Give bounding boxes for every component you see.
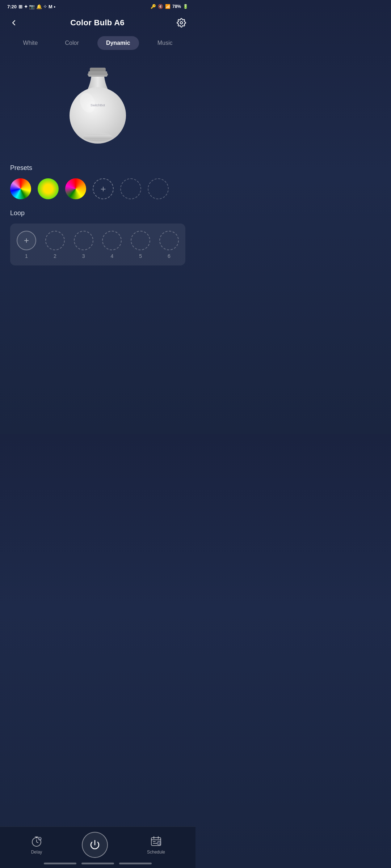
tab-music[interactable]: Music: [149, 36, 181, 50]
wifi-icon: 📶: [165, 4, 171, 9]
tabs-row: White Color Dynamic Music: [4, 34, 192, 52]
loop-slot-5[interactable]: [131, 231, 150, 250]
tab-dynamic[interactable]: Dynamic: [97, 36, 139, 50]
loop-add-button[interactable]: +: [17, 231, 36, 250]
preset-3[interactable]: [65, 178, 86, 199]
loop-item-4: 4: [102, 231, 122, 259]
loop-item-5: 5: [131, 231, 150, 259]
loop-item-1: + 1: [17, 231, 36, 259]
loop-slot-num-4: 4: [110, 253, 113, 259]
loop-slot-num-5: 5: [139, 253, 142, 259]
presets-row: +: [10, 178, 185, 199]
loop-slot-4[interactable]: [102, 231, 122, 250]
preset-empty-1: [120, 178, 141, 199]
loop-slot-2[interactable]: [45, 231, 65, 250]
bulb-container: SwitchBot: [0, 52, 196, 161]
header: Color Bulb A6: [0, 13, 196, 34]
loop-item-2: 2: [45, 231, 65, 259]
loop-title: Loop: [10, 209, 185, 217]
svg-text:SwitchBot: SwitchBot: [91, 103, 105, 107]
status-icons: ⊞ ✦ 📷 🔔 ⁘ M •: [18, 4, 55, 9]
status-left: 7:20 ⊞ ✦ 📷 🔔 ⁘ M •: [7, 4, 55, 9]
status-right: 🔑 🔇 📶 78% 🔋: [151, 4, 188, 9]
svg-rect-7: [83, 135, 112, 139]
preset-add-button[interactable]: +: [93, 178, 114, 199]
page-title: Color Bulb A6: [70, 18, 125, 27]
battery-icon: 🔋: [183, 4, 188, 9]
loop-slot-num-6: 6: [168, 253, 171, 259]
tab-color[interactable]: Color: [56, 36, 88, 50]
presets-title: Presets: [10, 164, 185, 172]
loop-slot-num-1: 1: [25, 253, 28, 259]
loop-section: Loop + 1 2 3 4 5 6: [4, 209, 191, 265]
svg-rect-4: [88, 75, 107, 77]
tab-white[interactable]: White: [14, 36, 47, 50]
svg-point-0: [180, 22, 183, 24]
preset-2[interactable]: [38, 178, 59, 199]
loop-slot-3[interactable]: [74, 231, 93, 250]
preset-1[interactable]: [10, 178, 31, 199]
loop-slot-num-2: 2: [54, 253, 56, 259]
loop-item-3: 3: [74, 231, 93, 259]
presets-section: Presets +: [0, 161, 196, 199]
status-time: 7:20: [7, 4, 17, 9]
key-icon: 🔑: [151, 4, 156, 9]
preset-empty-2: [148, 178, 169, 199]
settings-button[interactable]: [175, 17, 188, 29]
loop-item-6: 6: [159, 231, 179, 259]
loop-slot-6[interactable]: [159, 231, 179, 250]
status-bar: 7:20 ⊞ ✦ 📷 🔔 ⁘ M • 🔑 🔇 📶 78% 🔋: [0, 0, 196, 13]
mute-icon: 🔇: [158, 4, 163, 9]
battery-text: 78%: [172, 4, 181, 9]
back-button[interactable]: [8, 17, 20, 29]
loop-box: + 1 2 3 4 5 6: [10, 224, 185, 265]
loop-slot-num-3: 3: [82, 253, 85, 259]
bulb-image: SwitchBot: [62, 65, 134, 152]
